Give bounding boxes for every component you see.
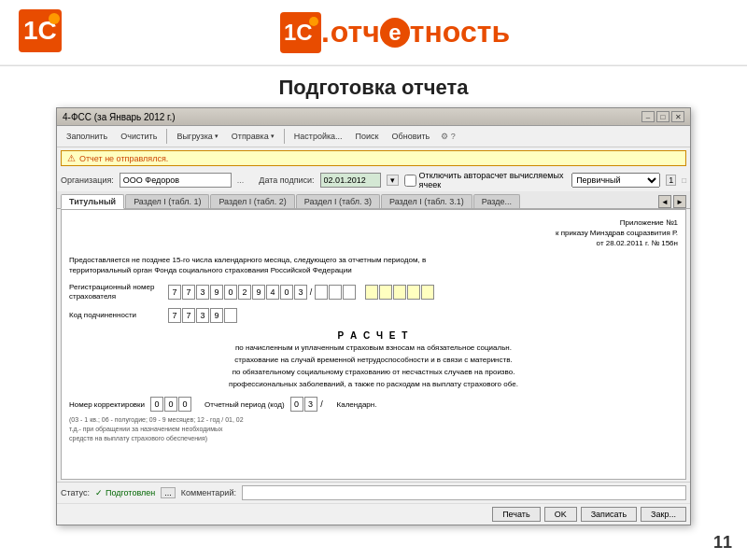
reg-box-10[interactable]: 3 [294,285,307,300]
reg-box-3[interactable]: 3 [196,285,209,300]
bottom-buttons-row: Печать OK Записать Закр... [57,503,690,525]
org-input[interactable] [120,173,232,188]
org-row: Организация: ... Дата подписи: ▾ Отключи… [57,169,690,191]
corr-box-1[interactable]: 0 [150,397,163,412]
appendix-sub: к приказу Минздрав соцразвития Р. [69,228,678,238]
date-picker-button[interactable]: ▾ [387,175,399,186]
calc-title-section: Р А С Ч Е Т по начисленным и уплаченным … [69,330,678,390]
ok-button[interactable]: OK [544,507,577,522]
toolbar-separator-2 [284,129,285,144]
calc-sub4: профессиональных заболеваний, а также по… [69,379,678,389]
org-button[interactable]: ... [237,175,245,185]
maximize-button[interactable]: □ [656,111,669,122]
brand-logo-icon: 1С [280,12,321,53]
reg-box-5[interactable]: 0 [224,285,237,300]
close-button[interactable]: ✕ [671,111,684,122]
code-label: Код подчиненности [69,311,162,320]
tab-section1-t3[interactable]: Раздел I (табл. 3) [296,194,380,208]
period-counter: 1 [666,175,676,186]
reg-box-12[interactable] [329,285,342,300]
comment-input[interactable] [242,485,686,500]
org-label: Организация: [61,175,114,185]
calc-sub3: по обязательному социальному страхованию… [69,367,678,377]
tab-section1-t2[interactable]: Раздел I (табл. 2) [210,194,294,208]
code-box-3[interactable]: 3 [196,308,209,323]
code-box-1[interactable]: 7 [168,308,181,323]
reg-extra-2[interactable] [379,285,392,300]
send-button[interactable]: Отправка ▾ [226,130,280,143]
correction-boxes: 0 0 0 [150,397,191,412]
fill-button[interactable]: Заполнить [61,130,113,143]
code-box-2[interactable]: 7 [182,308,195,323]
reg-box-11[interactable] [315,285,328,300]
reg-number-row: Регистрационный номер страхователя 7 7 3… [69,283,678,302]
svg-text:1С: 1С [284,20,313,45]
reg-extra-3[interactable] [393,285,406,300]
period-box-2[interactable]: 3 [304,397,317,412]
reg-box-8[interactable]: 4 [266,285,279,300]
reg-box-9[interactable]: 0 [280,285,293,300]
page-number: 11 [713,533,732,553]
reg-box-2[interactable]: 7 [182,285,195,300]
brand-name-text: . [321,15,331,49]
period-code-label: Отчетный период (код) [204,400,284,409]
footnotes: (03 - 1 кв.; 06 - полугодие; 09 - 9 меся… [69,415,678,442]
window-title: 4-ФСС (за Январь 2012 г.) [63,112,176,122]
refresh-button[interactable]: Обновить [387,130,436,143]
status-ellipsis-button[interactable]: ... [161,487,176,498]
appendix-text: Приложение №1 [69,217,678,228]
export-button[interactable]: Выгрузка ▾ [171,130,223,143]
reg-extra-5[interactable] [421,285,434,300]
reg-box-4[interactable]: 9 [210,285,223,300]
page-title-section: Подготовка отчета [0,66,747,107]
print-button[interactable]: Печать [492,507,540,522]
period-box-1[interactable]: 0 [290,397,303,412]
status-warning-icon: ⚠ [67,153,76,163]
status-bar: ⚠ Отчет не отправлялся. [61,150,686,166]
tab-section1-t1[interactable]: Раздел I (табл. 1) [125,194,209,208]
tabs-next-button[interactable]: ► [673,195,686,208]
code-box-5[interactable] [224,308,237,323]
close-window-button[interactable]: Закр... [641,507,686,522]
svg-point-2 [49,13,60,24]
code-box-4[interactable]: 9 [210,308,223,323]
settings-button[interactable]: Настройка... [289,130,348,143]
main-window: 4-ФСС (за Январь 2012 г.) – □ ✕ Заполнит… [56,107,691,525]
period-select[interactable]: Первичный Корректирующий [571,173,660,188]
reg-box-6[interactable]: 2 [238,285,251,300]
date-input[interactable] [320,173,381,188]
status-checkmark-icon: ✓ [95,488,103,497]
code-boxes: 7 7 3 9 [168,308,237,323]
reg-extra-1[interactable] [365,285,378,300]
status-value-text: Подготовлен [106,488,155,497]
period-count-extra: □ [682,176,686,185]
tabs-prev-button[interactable]: ◄ [658,195,671,208]
corr-box-2[interactable]: 0 [164,397,177,412]
calc-sub1: по начисленным и уплаченным страховым вз… [69,343,678,353]
corr-box-3[interactable]: 0 [178,397,191,412]
doc-appendix: Приложение №1 к приказу Минздрав соцразв… [69,217,678,249]
status-label: Статус: [61,488,90,497]
reg-box-7[interactable]: 9 [252,285,265,300]
tabs-bar: Титульный Раздел I (табл. 1) Раздел I (т… [57,191,690,209]
correction-label: Номер корректировки [69,400,145,409]
reg-box-1[interactable]: 7 [168,285,181,300]
tab-titlepage[interactable]: Титульный [61,194,124,209]
autocalc-checkbox[interactable] [404,175,416,187]
tabs-navigation: ◄ ► [658,195,686,208]
search-button[interactable]: Поиск [350,130,385,143]
tab-more[interactable]: Разде... [473,194,520,208]
status-text: Отчет не отправлялся. [79,154,168,163]
doc-intro: Предоставляется не позднее 15-го числа к… [69,255,461,275]
page-title: Подготовка отчета [279,76,469,99]
reg-box-13[interactable] [343,285,356,300]
logo-1c: 1С [19,9,62,56]
calc-title: Р А С Ч Е Т [69,330,678,341]
header: 1С 1С . отч е тность [0,0,747,65]
reg-extra-4[interactable] [407,285,420,300]
minimize-button[interactable]: – [641,111,655,122]
appendix-date: от 28.02.2011 г. № 156н [69,238,678,248]
clear-button[interactable]: Очистить [115,130,162,143]
save-button[interactable]: Записать [581,507,637,522]
tab-section1-t31[interactable]: Раздел I (табл. 3.1) [381,194,472,208]
